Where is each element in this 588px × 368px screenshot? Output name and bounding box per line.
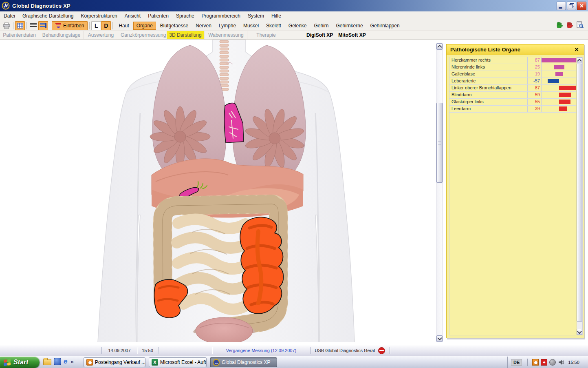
tab-3d-darstellung[interactable]: 3D Darstellung [166,31,205,39]
red-hand-icon[interactable] [566,21,573,29]
toolbar-structure-lymphe[interactable]: Lymphe [216,22,239,30]
tab-ganzk-rpermessung[interactable]: Ganzkörpermessung [118,31,166,39]
main-scrollbar[interactable] [436,43,443,342]
organ-row-blinddarm[interactable]: Blinddarm59 [449,92,576,99]
grid-view-button[interactable] [15,21,25,30]
organ-row-glask-rper-links[interactable]: Glaskörper links55 [449,99,576,106]
colorize-icon [55,23,61,28]
menu-item-sprache[interactable]: Sprache [172,11,198,20]
menu-item-system[interactable]: System [244,11,268,20]
panel-scroll-down-button[interactable] [577,329,582,335]
tray-status-icon[interactable] [549,359,556,366]
taskbar-task-posteingang-verkauf[interactable]: Posteingang Verkauf ... [84,357,145,367]
organ-row-linker-oberer-bronchiallappen[interactable]: Linker oberer Bronchiallappen87 [449,85,576,92]
quick-launch-overflow-chevron[interactable]: » [70,359,73,365]
organ-value: -57 [527,78,542,84]
language-indicator[interactable]: DE [511,359,522,366]
toolbar-structure-gehirn[interactable]: Gehirn [311,22,332,30]
tab-auswertung[interactable]: Auswertung [84,31,118,39]
tab-label: 3D Darstellung [167,31,204,39]
tab-bar: PatientendatenBehandlungstageAuswertungG… [0,31,588,40]
organ-row-leberarterie[interactable]: Leberarterie-57 [449,78,576,85]
organ-name: Herzkammer rechts [449,57,527,64]
organ-bar [559,106,567,111]
organ-name: Leberarterie [449,78,527,84]
organ-name: Leerdarm [449,106,527,112]
app-shortcut-icon[interactable] [54,358,61,365]
start-button[interactable]: Start [0,357,40,368]
organ-bar [542,58,576,62]
main-scroll-thumb[interactable] [436,103,443,183]
main-scroll-up-button[interactable] [436,43,443,50]
organ-list: Herzkammer rechts87Nierenrinde links25Ga… [449,57,576,335]
organ-bar-track [542,99,576,105]
einfaerben-button[interactable]: Einfärben [52,21,88,30]
organ-row-herzkammer-rechts[interactable]: Herzkammer rechts87 [449,57,576,64]
folder-icon[interactable] [43,359,51,365]
list-view-button[interactable] [29,21,38,30]
taskbar-task-global-diagnostics-xp[interactable]: Global Diagnostics XP [210,357,277,367]
windows-flag-icon [3,359,11,366]
menu-item-graphische-darstellung[interactable]: Graphische Darstellung [19,11,77,20]
detail-view-button[interactable] [38,21,48,30]
organ-bar-track [542,92,576,98]
main-view: Pathologische Liste Organe ✕ Herzkammer … [0,40,588,345]
tray-clock-icon[interactable] [532,359,539,366]
print-button[interactable] [2,21,11,30]
l-mode-button[interactable]: L [91,21,101,30]
panel-close-icon[interactable]: ✕ [573,47,580,53]
toolbar-structure-blutgefaesse[interactable]: Blutgefaesse [157,22,192,30]
menu-item-ansicht[interactable]: Ansicht [121,11,144,20]
tab-mitosoft-xp[interactable]: MitoSoft XP [338,31,366,39]
tab-wabenmessung[interactable]: Wabenmessung [205,31,247,39]
close-button[interactable]: ✕ [577,2,586,10]
status-time: 15:50 [138,345,157,356]
d-mode-button[interactable]: D [101,21,111,30]
toolbar-structure-organe[interactable]: Organe [133,22,156,30]
organ-row-leerdarm[interactable]: Leerdarm39 [449,106,576,113]
menu-item-patienten[interactable]: Patienten [144,11,172,20]
tray-time: 15:50 [568,360,579,365]
toolbar-structure-nerven[interactable]: Nerven [192,22,215,30]
taskbar-task-microsoft-excel-auft[interactable]: Microsoft Excel - Auft... [149,357,207,367]
toolbar-structure-haut[interactable]: Haut [115,22,132,30]
tab-label: Therapie [254,31,278,39]
organ-bar [554,65,564,69]
panel-title-bar[interactable]: Pathologische Liste Organe ✕ [447,44,584,55]
organ-bar [559,86,576,90]
toolbar-structure-skelett[interactable]: Skelett [263,22,284,30]
tab-patientendaten[interactable]: Patientendaten [0,31,39,39]
panel-scroll-thumb[interactable] [577,64,582,321]
main-scroll-down-button[interactable] [436,335,443,342]
restore-button[interactable] [567,2,576,10]
tab-digisoft-xp[interactable]: DigiSoft XP [306,31,333,39]
toolbar-structure-muskel[interactable]: Muskel [240,22,262,30]
tab-therapie[interactable]: Therapie [247,31,285,39]
menu-item-k-rperstrukturen[interactable]: Körperstrukturen [77,11,121,20]
task-label: Posteingang Verkauf ... [95,359,145,365]
panel-scrollbar[interactable] [577,57,583,335]
toolbar-structure-gelenke[interactable]: Gelenke [285,22,310,30]
toolbar-structure-gehirnkerne[interactable]: Gehirnkerne [333,22,366,30]
organ-row-nierenrinde-links[interactable]: Nierenrinde links25 [449,64,576,71]
organ-value: 59 [527,92,542,98]
green-hand-icon[interactable] [556,21,563,29]
organ-bar-track [542,78,576,84]
report-preview-icon[interactable] [576,21,584,29]
minimize-button[interactable] [557,2,566,10]
organ-row-gallenblase[interactable]: Gallenblase19 [449,71,576,78]
organ-bar [559,100,570,104]
tab-behandlungstage[interactable]: Behandlungstage [39,31,84,39]
anatomy-3d-view[interactable] [90,40,357,342]
organ-bar [559,93,571,97]
menu-item-datei[interactable]: Datei [0,11,19,20]
panel-scroll-up-button[interactable] [577,57,582,63]
taskbar: Start e » Posteingang Verkauf ...Microso… [0,356,588,368]
menu-item-hilfe[interactable]: Hilfe [268,11,285,20]
toolbar-structure-gehirnlappen[interactable]: Gehirnlappen [367,22,403,30]
internet-explorer-icon[interactable]: e [64,358,67,365]
tray-antivirus-icon[interactable] [541,359,547,366]
menu-item-programmbereich[interactable]: Programmbereich [198,11,244,20]
quick-launch: e » [43,358,74,365]
tray-volume-icon[interactable] [558,359,564,366]
